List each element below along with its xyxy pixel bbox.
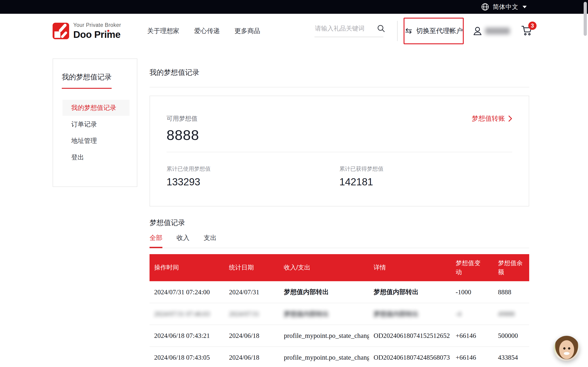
- main-nav: 关于理想家 爱心传递 更多商品: [147, 27, 260, 35]
- cell-balance: 8888: [493, 281, 529, 303]
- logo-tagline: Your Private Broker: [73, 22, 121, 28]
- available-points-label: 可用梦想值: [166, 115, 198, 123]
- points-transfer-link[interactable]: 梦想值转账: [472, 114, 512, 123]
- table-row-masked: 2024/07/31 07:46:03 2024/07/31 梦想值内部转出 梦…: [149, 303, 529, 325]
- col-header-type: 收入/支出: [279, 254, 369, 281]
- cell-change: +66146: [451, 347, 493, 367]
- header: Your Private Broker Doo Prime 关于理想家 爱心传递…: [0, 14, 588, 48]
- tab-all[interactable]: 全部: [149, 234, 162, 248]
- page-body: 我的梦想值记录 我的梦想值记录 订单记录 地址管理 登出 我的梦想值记录 可用梦…: [0, 48, 588, 367]
- cell-detail: OD20240618074152512652: [369, 325, 451, 347]
- nav-item-charity[interactable]: 爱心传递: [194, 27, 220, 35]
- cell-change: +66146: [451, 325, 493, 347]
- cell-date: 2024/06/18: [225, 347, 279, 367]
- cell-change: -1000: [451, 281, 493, 303]
- search-icon[interactable]: [376, 24, 386, 33]
- title-divider: [149, 87, 529, 87]
- nav-item-more-products[interactable]: 更多商品: [234, 27, 260, 35]
- sidebar-item-logout[interactable]: 登出: [62, 149, 130, 165]
- cell-detail: OD20240618074248568073: [369, 347, 451, 367]
- scrollbar-thumb[interactable]: [584, 2, 587, 36]
- user-icon: [472, 26, 483, 36]
- points-summary-card: 可用梦想值 梦想值转账 8888 累计已使用梦想值 133293 累计已获得梦想…: [149, 96, 529, 206]
- switch-to-agent-account-button[interactable]: 切换至代理帐户: [404, 18, 464, 44]
- cell-time: 2024/07/31 07:24:00: [149, 281, 225, 303]
- account-entry[interactable]: [472, 26, 510, 36]
- col-header-time: 操作时间: [149, 254, 225, 281]
- available-points-value: 8888: [166, 127, 512, 143]
- cell-type: 梦想值内部转出: [279, 303, 369, 325]
- doo-prime-logo[interactable]: Your Private Broker Doo Prime: [52, 22, 121, 40]
- cell-date: 2024/07/31: [225, 281, 279, 303]
- sidebar-title: 我的梦想值记录: [62, 72, 112, 89]
- switch-account-label: 切换至代理帐户: [416, 26, 463, 35]
- cell-time: 2024/07/31 07:46:03: [149, 303, 225, 325]
- sidebar-item-orders[interactable]: 订单记录: [62, 116, 130, 132]
- records-tabs: 全部 收入 支出: [149, 234, 529, 248]
- cell-change: -4: [451, 303, 493, 325]
- cart-count-badge: 3: [528, 22, 536, 30]
- sidebar-item-addresses[interactable]: 地址管理: [62, 133, 130, 149]
- gift-search: [314, 25, 383, 37]
- doo-prime-logo-mark: [52, 23, 69, 39]
- tab-income[interactable]: 收入: [177, 234, 190, 248]
- cart-button[interactable]: 3: [521, 25, 533, 37]
- cell-balance: 500000: [493, 325, 529, 347]
- cell-detail: 梦想值内部转出: [369, 281, 451, 303]
- table-header-row: 操作时间 统计日期 收入/支出 详情 梦想值变动 梦想值余额: [149, 254, 529, 281]
- col-header-detail: 详情: [369, 254, 451, 281]
- card-divider: [166, 152, 512, 152]
- nav-item-about[interactable]: 关于理想家: [147, 27, 179, 35]
- sidebar-menu: 我的梦想值记录 订单记录 地址管理 登出: [62, 100, 130, 165]
- used-points-value: 133293: [166, 176, 339, 188]
- earned-points-value: 142181: [339, 176, 512, 188]
- chevron-down-icon: [523, 6, 527, 8]
- col-header-date: 统计日期: [225, 254, 279, 281]
- cell-balance: 49888: [493, 303, 529, 325]
- globe-icon: [481, 2, 489, 11]
- records-table: 操作时间 统计日期 收入/支出 详情 梦想值变动 梦想值余额 2024/07/3…: [149, 254, 529, 367]
- sidebar: 我的梦想值记录 我的梦想值记录 订单记录 地址管理 登出: [52, 58, 137, 187]
- table-row: 2024/06/18 07:43:05 2024/06/18 profile_m…: [149, 347, 529, 367]
- page-title: 我的梦想值记录: [149, 68, 529, 77]
- search-input[interactable]: [315, 25, 370, 32]
- language-selector[interactable]: 简体中文: [493, 3, 519, 11]
- cell-date: 2024/06/18: [225, 325, 279, 347]
- header-divider: [397, 21, 398, 41]
- table-row: 2024/06/18 07:43:21 2024/06/18 profile_m…: [149, 325, 529, 347]
- main-content: 我的梦想值记录 可用梦想值 梦想值转账 8888 累计已使用梦想值 133293: [149, 58, 529, 367]
- cell-balance: 433854: [493, 347, 529, 367]
- topbar: 简体中文: [0, 0, 588, 14]
- cell-date: 2024/07/31: [225, 303, 279, 325]
- chevron-right-icon: [508, 115, 512, 122]
- transfer-link-label: 梦想值转账: [472, 114, 505, 123]
- username-masked: [485, 27, 510, 34]
- tab-expense[interactable]: 支出: [204, 234, 216, 248]
- cell-time: 2024/06/18 07:43:05: [149, 347, 225, 367]
- cell-type: 梦想值内部转出: [279, 281, 369, 303]
- used-points-label: 累计已使用梦想值: [166, 165, 339, 173]
- cell-time: 2024/06/18 07:43:21: [149, 325, 225, 347]
- used-points-stat: 累计已使用梦想值 133293: [166, 165, 339, 188]
- col-header-balance: 梦想值余额: [493, 254, 529, 281]
- logo-brand: Doo Prime: [73, 29, 121, 40]
- records-section-title: 梦想值记录: [149, 218, 529, 227]
- cell-detail: 梦想值内部转出: [369, 303, 451, 325]
- swap-arrows-icon: [405, 27, 413, 35]
- earned-points-stat: 累计已获得梦想值 142181: [339, 165, 512, 188]
- user-avatar-photo[interactable]: [554, 336, 579, 361]
- cell-type: profile_mypoint.po_state_change: [279, 347, 369, 367]
- cell-type: profile_mypoint.po_state_change: [279, 325, 369, 347]
- col-header-change: 梦想值变动: [451, 254, 493, 281]
- sidebar-item-my-points[interactable]: 我的梦想值记录: [62, 100, 130, 116]
- table-row: 2024/07/31 07:24:00 2024/07/31 梦想值内部转出 梦…: [149, 281, 529, 303]
- earned-points-label: 累计已获得梦想值: [339, 165, 512, 173]
